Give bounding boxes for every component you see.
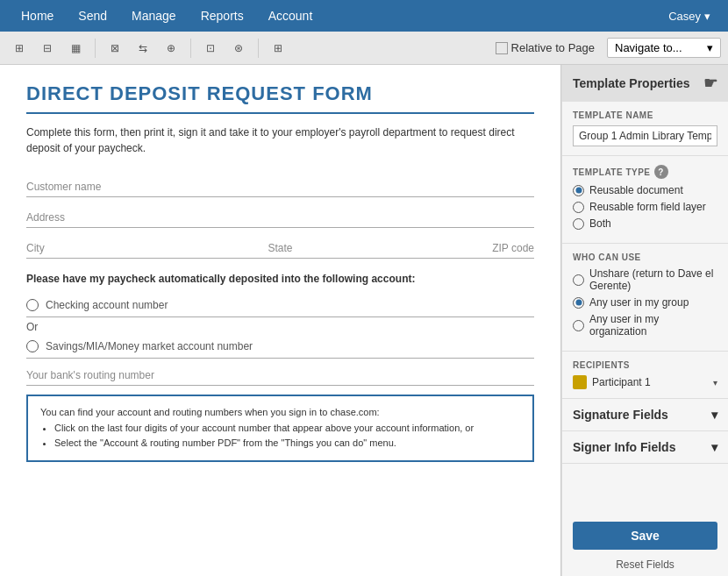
document-intro: Complete this form, then print it, sign … bbox=[26, 124, 534, 156]
toolbar-btn-6[interactable]: ⊕ bbox=[159, 36, 183, 60]
save-button[interactable]: Save bbox=[573, 522, 717, 550]
relative-to-page[interactable]: Relative to Page bbox=[496, 41, 595, 54]
template-type-label: TEMPLATE TYPE ? bbox=[573, 165, 717, 179]
document-area: DIRECT DEPOSIT REQUEST FORM Complete thi… bbox=[0, 65, 561, 576]
checking-field[interactable]: Checking account number bbox=[26, 294, 534, 317]
toolbar-btn-2[interactable]: ⊟ bbox=[35, 36, 60, 60]
section-text: Please have my paycheck automatically de… bbox=[26, 273, 534, 285]
routing-field[interactable]: Your bank's routing number bbox=[26, 362, 534, 386]
toolbar-btn-4[interactable]: ⊠ bbox=[103, 36, 127, 60]
recipients-label: RECIPIENTS bbox=[573, 360, 717, 370]
toolbar-sep-1 bbox=[95, 39, 96, 58]
toolbar-sep-2 bbox=[190, 39, 191, 58]
or-text: Or bbox=[26, 321, 534, 333]
signer-info-accordion[interactable]: Signer Info Fields ▾ bbox=[562, 431, 728, 464]
participant-label: Participant 1 bbox=[592, 376, 708, 388]
nav-account[interactable]: Account bbox=[256, 0, 325, 32]
navigate-dropdown[interactable]: Navigate to... ▾ bbox=[607, 38, 721, 58]
customer-name-field[interactable]: Customer name bbox=[26, 174, 534, 197]
checking-radio[interactable] bbox=[26, 299, 39, 311]
savings-radio[interactable] bbox=[26, 340, 39, 352]
nav-reports[interactable]: Reports bbox=[189, 0, 256, 32]
toolbar-btn-5[interactable]: ⇆ bbox=[131, 36, 155, 60]
participant-chevron[interactable]: ▾ bbox=[713, 378, 717, 388]
signature-fields-chevron: ▾ bbox=[711, 408, 717, 422]
who-my-group-radio[interactable] bbox=[573, 297, 584, 309]
toolbar-sep-3 bbox=[258, 39, 259, 58]
savings-field[interactable]: Savings/MIA/Money market account number bbox=[26, 335, 534, 359]
help-icon[interactable]: ? bbox=[654, 165, 668, 179]
top-navigation: Home Send Manage Reports Account Casey bbox=[0, 0, 728, 32]
relative-checkbox[interactable] bbox=[496, 42, 508, 54]
template-name-input[interactable] bbox=[573, 125, 717, 146]
type-both-radio[interactable] bbox=[573, 218, 584, 230]
toolbar: ⊞ ⊟ ▦ ⊠ ⇆ ⊕ ⊡ ⊛ ⊞ Relative to Page Navig… bbox=[0, 32, 728, 65]
right-panel: Template Properties ☛ TEMPLATE NAME TEMP… bbox=[561, 65, 728, 576]
who-can-use-section: WHO CAN USE Unshare (return to Dave el G… bbox=[562, 244, 728, 352]
who-my-org-radio[interactable] bbox=[573, 320, 584, 331]
panel-header: Template Properties ☛ bbox=[562, 65, 728, 102]
type-form-field-radio[interactable] bbox=[573, 202, 584, 213]
type-both[interactable]: Both bbox=[573, 217, 717, 230]
info-box: You can find your account and routing nu… bbox=[26, 395, 534, 462]
type-reusable-doc[interactable]: Reusable document bbox=[573, 184, 717, 196]
type-form-field[interactable]: Reusable form field layer bbox=[573, 201, 717, 213]
city-state-zip-row: City State ZIP code bbox=[26, 235, 534, 259]
nav-home[interactable]: Home bbox=[9, 0, 66, 32]
toolbar-btn-7[interactable]: ⊡ bbox=[198, 36, 223, 60]
toolbar-btn-3[interactable]: ▦ bbox=[63, 36, 88, 60]
zip-field[interactable]: ZIP code bbox=[365, 242, 534, 254]
signature-fields-accordion[interactable]: Signature Fields ▾ bbox=[562, 399, 728, 431]
participant-color bbox=[573, 375, 587, 389]
recipients-section: RECIPIENTS Participant 1 ▾ bbox=[562, 352, 728, 399]
signer-info-chevron: ▾ bbox=[711, 440, 717, 454]
template-type-section: TEMPLATE TYPE ? Reusable document Reusab… bbox=[562, 156, 728, 244]
toolbar-btn-8[interactable]: ⊛ bbox=[226, 36, 251, 60]
participant-row[interactable]: Participant 1 ▾ bbox=[573, 375, 717, 389]
nav-send[interactable]: Send bbox=[66, 0, 119, 32]
cursor-icon: ☛ bbox=[703, 74, 717, 93]
address-field[interactable]: Address bbox=[26, 204, 534, 228]
who-can-use-label: WHO CAN USE bbox=[573, 252, 717, 262]
city-field[interactable]: City bbox=[26, 242, 196, 254]
template-name-section: TEMPLATE NAME bbox=[562, 102, 728, 156]
document-title: DIRECT DEPOSIT REQUEST FORM bbox=[26, 82, 534, 114]
who-unshare[interactable]: Unshare (return to Dave el Gerente) bbox=[573, 267, 717, 292]
who-my-group[interactable]: Any user in my group bbox=[573, 296, 717, 309]
nav-manage[interactable]: Manage bbox=[119, 0, 189, 32]
toolbar-btn-9[interactable]: ⊞ bbox=[266, 36, 290, 60]
toolbar-btn-1[interactable]: ⊞ bbox=[7, 36, 32, 60]
reset-fields-button[interactable]: Reset Fields bbox=[562, 553, 728, 576]
who-unshare-radio[interactable] bbox=[573, 274, 584, 286]
type-reusable-doc-radio[interactable] bbox=[573, 185, 584, 196]
state-field[interactable]: State bbox=[196, 242, 365, 254]
template-name-label: TEMPLATE NAME bbox=[573, 110, 717, 120]
user-menu[interactable]: Casey bbox=[660, 10, 719, 23]
main-area: DIRECT DEPOSIT REQUEST FORM Complete thi… bbox=[0, 65, 728, 576]
who-my-org[interactable]: Any user in my organization bbox=[573, 313, 717, 338]
